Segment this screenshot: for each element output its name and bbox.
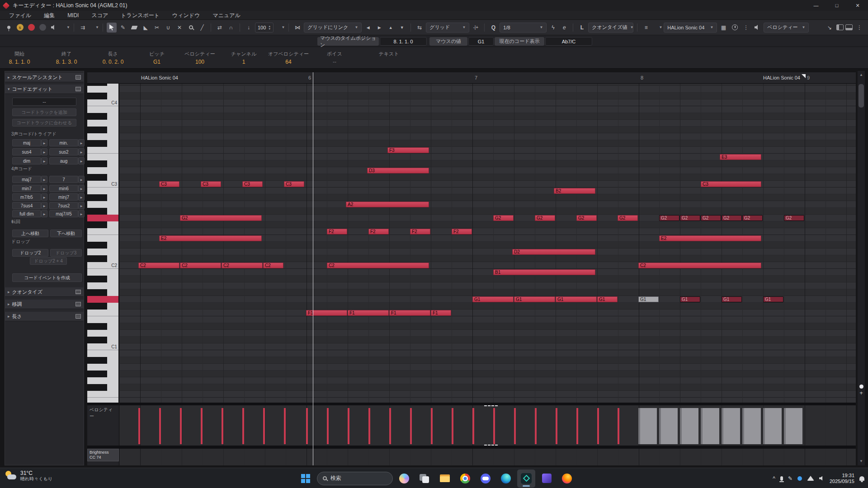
- mute-tool[interactable]: ✕: [175, 23, 184, 33]
- piano-key-F1[interactable]: [87, 310, 119, 316]
- midi-note-G1[interactable]: G1: [514, 296, 555, 302]
- iterative-quantize-icon[interactable]: ϟ: [548, 23, 558, 33]
- piano-key-C#2[interactable]: [87, 255, 119, 262]
- velocity-bar[interactable]: [576, 408, 578, 444]
- add-chord-track-button[interactable]: コードトラックを追加: [12, 108, 76, 116]
- move-down-button[interactable]: 下へ移動: [50, 230, 82, 237]
- taskbar-app-edge[interactable]: [497, 469, 515, 488]
- chord-apply-arrow-icon[interactable]: ▶: [41, 193, 47, 201]
- velocity-bar[interactable]: [556, 408, 557, 444]
- velocity-bar[interactable]: [180, 408, 182, 444]
- chord-apply-arrow-icon[interactable]: ▶: [78, 157, 85, 164]
- clock-widget[interactable]: 19:31 2025/09/15: [830, 473, 854, 484]
- velocity-bar-selected[interactable]: [701, 408, 719, 444]
- midi-note-C2[interactable]: C2: [180, 263, 221, 268]
- info-field-テキスト[interactable]: テキスト: [361, 50, 417, 66]
- search-input[interactable]: 検索: [317, 472, 393, 485]
- chord4-button-full dim[interactable]: full dim: [12, 210, 41, 217]
- midi-note-F2[interactable]: F2: [410, 229, 430, 235]
- midi-note-E2[interactable]: E2: [659, 235, 761, 241]
- taskbar-app-3d[interactable]: [538, 469, 556, 488]
- chord4-button-min7[interactable]: min7: [12, 185, 41, 192]
- velocity-bar[interactable]: [410, 408, 412, 444]
- zoom-tool[interactable]: [186, 23, 196, 33]
- grid-link-dropdown[interactable]: グリッドにリンク▼: [304, 23, 362, 33]
- erase-tool[interactable]: [129, 23, 139, 33]
- open-in-window-icon[interactable]: ↘: [825, 23, 835, 33]
- piano-key-G3[interactable]: [87, 133, 119, 140]
- chord-apply-arrow-icon[interactable]: ▶: [41, 202, 47, 209]
- midi-note-F1[interactable]: F1: [348, 310, 389, 316]
- piano-key-B0[interactable]: [87, 350, 119, 357]
- triad-button-sus2[interactable]: sus2: [49, 148, 78, 155]
- pen-icon[interactable]: ✎: [788, 475, 793, 482]
- menu-item-編集[interactable]: 編集: [38, 11, 61, 20]
- menu-item-マニュアル[interactable]: マニュアル: [206, 11, 246, 20]
- step-input-icon[interactable]: ↓: [244, 23, 254, 33]
- section-scale-assistant[interactable]: ▸ スケールアシスタント: [5, 73, 84, 82]
- info-field-ボイス[interactable]: ボイス--: [307, 50, 363, 66]
- piano-key-A#1[interactable]: [87, 276, 119, 282]
- taskbar-app-firefox[interactable]: [558, 469, 576, 488]
- velocity-bar-selected[interactable]: [722, 408, 740, 444]
- chord-apply-arrow-icon[interactable]: ▶: [78, 193, 85, 201]
- velocity-bar[interactable]: [242, 408, 244, 444]
- midi-note-C2[interactable]: C2: [327, 263, 429, 268]
- velocity-bar-selected[interactable]: [659, 408, 678, 444]
- midi-note-F2[interactable]: F2: [327, 229, 347, 235]
- velocity-bar[interactable]: [138, 408, 140, 444]
- bluetooth-icon[interactable]: [797, 476, 802, 481]
- midi-note-G1[interactable]: G1: [597, 296, 618, 302]
- midi-note-G1[interactable]: G1: [680, 296, 700, 302]
- piano-key-C#3[interactable]: [87, 174, 119, 181]
- link-grid-icon[interactable]: ⋈: [292, 23, 302, 33]
- midi-note-G1[interactable]: G1: [556, 296, 597, 302]
- time-warp-icon[interactable]: ⇄: [215, 23, 225, 33]
- midi-note-E3[interactable]: E3: [720, 154, 761, 160]
- volume-icon[interactable]: [819, 476, 825, 481]
- part-selector-dropdown[interactable]: HALion Sonic 04▼: [664, 23, 717, 33]
- colors-speaker-icon[interactable]: [752, 23, 762, 33]
- piano-key-A#0[interactable]: [87, 357, 119, 364]
- nudge-up-button[interactable]: ▲: [386, 23, 396, 33]
- lower-zone-toggle-icon[interactable]: [845, 24, 853, 30]
- midi-note-G2[interactable]: G2: [680, 215, 700, 221]
- drop3-button[interactable]: ドロップ3: [50, 249, 82, 257]
- midi-note-G1[interactable]: G1: [638, 296, 659, 302]
- nudge-left-button[interactable]: ◀: [363, 23, 373, 33]
- velocity-bar[interactable]: [597, 408, 599, 444]
- layers-icon[interactable]: ≡: [641, 23, 651, 33]
- microphone-icon[interactable]: [780, 476, 783, 481]
- line-tool[interactable]: ╱: [197, 23, 207, 33]
- piano-key-D4[interactable]: [87, 86, 119, 93]
- midi-note-F2[interactable]: F2: [368, 229, 389, 235]
- trim-tool[interactable]: ◣: [141, 23, 151, 33]
- velocity-bar[interactable]: [222, 408, 223, 444]
- midi-note-G2[interactable]: G2: [618, 215, 638, 221]
- menu-item-ウィンドウ[interactable]: ウィンドウ: [166, 11, 206, 20]
- chord-apply-arrow-icon[interactable]: ▶: [78, 139, 85, 146]
- lane-divider[interactable]: [87, 446, 856, 449]
- cc-lane[interactable]: [119, 449, 856, 465]
- midi-note-D2[interactable]: D2: [512, 249, 595, 255]
- chord-apply-arrow-icon[interactable]: ▶: [78, 185, 85, 192]
- autoscroll-icon[interactable]: ⇉: [78, 23, 88, 33]
- menu-item-トランスポート[interactable]: トランスポート: [114, 11, 166, 20]
- chord-apply-arrow-icon[interactable]: ▶: [41, 185, 47, 192]
- piano-key-A#3[interactable]: [87, 113, 119, 120]
- velocity-bar[interactable]: [306, 408, 308, 444]
- velocity-bar[interactable]: [514, 408, 516, 444]
- piano-key-E2[interactable]: [87, 235, 119, 242]
- insert-velocity-stepper[interactable]: 100 ▲▼: [255, 23, 274, 33]
- scroll-up-icon[interactable]: ▲: [858, 72, 865, 78]
- triad-button-dim[interactable]: dim: [12, 157, 41, 164]
- chord-apply-arrow-icon[interactable]: ▶: [41, 148, 47, 155]
- piano-key-G0[interactable]: [87, 377, 119, 384]
- taskbar-app-chrome[interactable]: [456, 469, 474, 488]
- piano-key-F0[interactable]: [87, 391, 119, 398]
- midi-note-F1[interactable]: F1: [389, 310, 430, 316]
- midi-note-C2[interactable]: C2: [263, 263, 283, 268]
- piano-key-G#2[interactable]: [87, 208, 119, 215]
- scroll-down-icon[interactable]: ▼: [858, 458, 865, 465]
- glue-tool[interactable]: ∪: [163, 23, 173, 33]
